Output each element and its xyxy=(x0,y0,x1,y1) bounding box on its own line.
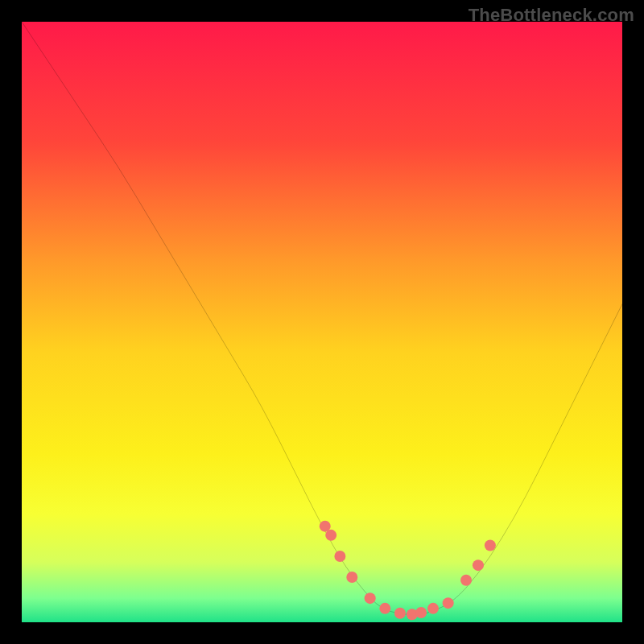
dot-highlight-dots xyxy=(346,572,357,583)
chart-frame: TheBottleneck.com xyxy=(0,0,644,644)
dot-highlight-dots xyxy=(443,597,454,609)
dot-highlight-dots xyxy=(415,607,427,618)
dot-highlight-dots xyxy=(473,559,484,571)
chart-background xyxy=(22,22,622,622)
dot-highlight-dots xyxy=(460,575,472,586)
dot-highlight-dots xyxy=(427,603,439,614)
dot-highlight-dots xyxy=(334,551,345,562)
dot-highlight-dots xyxy=(325,530,336,541)
dot-highlight-dots xyxy=(485,540,496,551)
chart-svg xyxy=(22,22,622,622)
dot-highlight-dots xyxy=(394,608,406,619)
dot-highlight-dots xyxy=(365,592,376,604)
watermark-text: TheBottleneck.com xyxy=(469,5,634,26)
plot-area xyxy=(22,22,622,622)
dot-highlight-dots xyxy=(379,603,390,614)
